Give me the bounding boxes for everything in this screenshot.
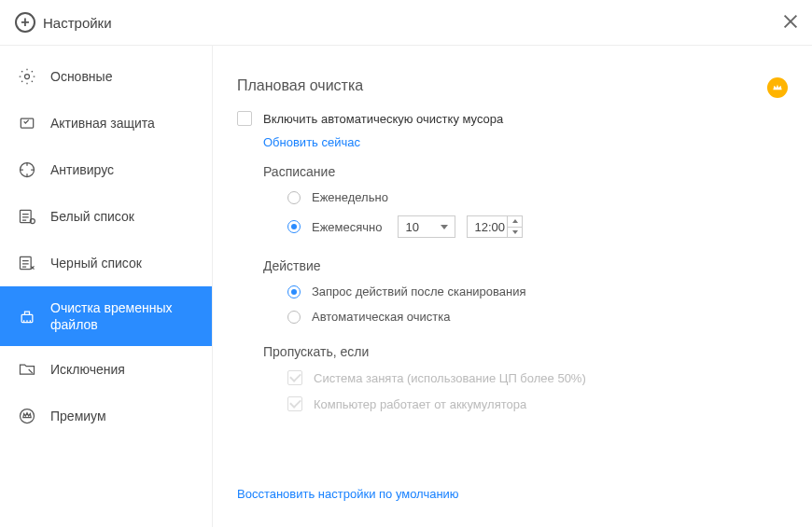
- content-pane: Плановая очистка Включить автоматическую…: [213, 46, 812, 527]
- titlebar: + Настройки: [0, 0, 812, 45]
- folder-icon: [17, 359, 37, 380]
- day-select[interactable]: 10: [398, 215, 455, 238]
- spinner-buttons: [507, 216, 522, 237]
- crown-icon: [17, 406, 37, 426]
- sidebar-item-label: Исключения: [50, 361, 125, 378]
- enable-label: Включить автоматическую очистку мусора: [263, 112, 503, 126]
- page-title: Плановая очистка: [237, 77, 788, 94]
- sidebar-item-blacklist[interactable]: Черный список: [0, 240, 212, 286]
- action-title: Действие: [263, 258, 788, 273]
- skip-battery-row: Компьютер работает от аккумулятора: [237, 391, 788, 417]
- update-now-link[interactable]: Обновить сейчас: [263, 135, 360, 149]
- skip-cpu-checkbox[interactable]: [287, 370, 302, 385]
- sidebar-item-premium[interactable]: Премиум: [0, 393, 212, 439]
- list-check-icon: [17, 206, 37, 227]
- svg-point-7: [21, 409, 35, 423]
- svg-rect-1: [21, 118, 33, 128]
- sidebar-item-general[interactable]: Основные: [0, 53, 212, 100]
- schedule-weekly-radio[interactable]: [287, 191, 301, 204]
- sidebar-item-label: Антивирус: [50, 161, 114, 178]
- restore-defaults-link[interactable]: Восстановить настройки по умолчанию: [237, 487, 459, 501]
- action-auto-label: Автоматическая очистка: [312, 310, 450, 324]
- sidebar-item-active-protection[interactable]: Активная защита: [0, 100, 212, 146]
- action-auto-radio[interactable]: [287, 311, 301, 324]
- app-icon: +: [15, 12, 35, 33]
- close-icon[interactable]: [782, 13, 799, 30]
- time-spinner[interactable]: 12:00: [467, 215, 524, 238]
- schedule-monthly-label: Ежемесячно: [312, 220, 383, 234]
- sidebar-item-label: Премиум: [50, 408, 106, 424]
- action-prompt-label: Запрос действий после сканирования: [312, 284, 526, 298]
- gear-icon: [17, 66, 37, 87]
- shield-icon: [17, 113, 37, 133]
- skip-title: Пропускать, если: [263, 344, 788, 359]
- sidebar-item-whitelist[interactable]: Белый список: [0, 193, 212, 240]
- sidebar: Основные Активная защита Антивирус Белый…: [0, 46, 213, 527]
- enable-row: Включить автоматическую очистку мусора: [237, 111, 788, 126]
- schedule-weekly-row: Еженедельно: [237, 185, 788, 210]
- svg-point-0: [25, 75, 30, 79]
- action-prompt-row: Запрос действий после сканирования: [237, 279, 788, 304]
- target-icon: [17, 159, 37, 180]
- premium-badge-icon: [767, 77, 788, 98]
- window-body: Основные Активная защита Антивирус Белый…: [0, 45, 812, 527]
- enable-checkbox[interactable]: [237, 111, 252, 126]
- window-title: Настройки: [43, 15, 112, 31]
- action-auto-row: Автоматическая очистка: [237, 304, 788, 329]
- spinner-up-icon[interactable]: [508, 216, 522, 227]
- sidebar-item-label: Белый список: [50, 208, 134, 225]
- skip-battery-checkbox[interactable]: [287, 396, 302, 411]
- schedule-monthly-row: Ежемесячно 10 12:00: [237, 210, 788, 243]
- sidebar-item-temp-clean[interactable]: Очистка временных файлов: [0, 286, 212, 346]
- sidebar-item-antivirus[interactable]: Антивирус: [0, 146, 212, 193]
- sidebar-item-exclusions[interactable]: Исключения: [0, 346, 212, 393]
- sidebar-item-label: Основные: [50, 68, 112, 85]
- broom-icon: [17, 306, 37, 326]
- list-x-icon: [17, 253, 37, 273]
- sidebar-item-label: Активная защита: [50, 115, 155, 132]
- skip-cpu-label: Система занята (использование ЦП более 5…: [314, 371, 586, 385]
- spinner-down-icon[interactable]: [508, 227, 522, 238]
- settings-window: + Настройки Основные Активная защита: [0, 0, 812, 527]
- action-prompt-radio[interactable]: [287, 285, 301, 298]
- skip-cpu-row: Система занята (использование ЦП более 5…: [237, 365, 788, 391]
- schedule-monthly-radio[interactable]: [287, 220, 301, 233]
- schedule-weekly-label: Еженедельно: [312, 190, 388, 204]
- sidebar-item-label: Черный список: [50, 255, 142, 271]
- sidebar-item-label: Очистка временных файлов: [50, 299, 195, 333]
- schedule-title: Расписание: [263, 164, 788, 179]
- skip-battery-label: Компьютер работает от аккумулятора: [314, 397, 526, 411]
